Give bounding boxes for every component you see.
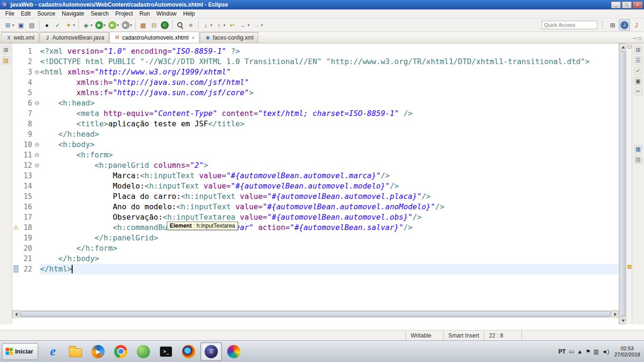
network-icon[interactable]: ▥ <box>594 348 599 355</box>
fold-toggle-icon[interactable]: ⊖ <box>34 160 40 171</box>
palette-view-button[interactable]: ▦ <box>634 145 643 153</box>
code-text[interactable]: <h:panelGrid columns="2"> <box>40 160 619 171</box>
code-text[interactable]: </html> <box>40 264 619 274</box>
restore-views-button[interactable]: ⊞ <box>2 46 10 54</box>
menu-file[interactable]: File <box>2 10 17 17</box>
code-text[interactable]: xmlns:h="http://java.sun.com/jsf/html" <box>40 77 619 88</box>
horizontal-scrollbar[interactable] <box>12 310 619 318</box>
menu-run[interactable]: Run <box>136 10 153 17</box>
volume-icon[interactable]: ◄) <box>602 348 609 355</box>
horizontal-scrollbar-thumb[interactable] <box>20 311 611 317</box>
show-hidden-icon[interactable]: ▲ <box>577 348 583 355</box>
dropdown-arrow-icon[interactable]: ▾ <box>73 23 75 27</box>
wizards-button[interactable]: ✦▾ <box>63 19 76 31</box>
display-icon[interactable]: ▭ <box>569 348 574 355</box>
tab-close-button[interactable]: × <box>192 35 195 41</box>
code-text[interactable]: Modelo:<h:inputText value="#{automovelBe… <box>40 181 619 191</box>
overview-warning-mark[interactable] <box>627 265 631 269</box>
dropdown-arrow-icon[interactable]: ▾ <box>91 23 92 27</box>
code-text[interactable]: <h:body> <box>40 140 619 150</box>
code-text[interactable]: <?xml version="1.0" encoding="ISO-8859-1… <box>40 46 619 57</box>
quick-access-input[interactable] <box>542 21 597 29</box>
scroll-right-button[interactable] <box>611 311 619 318</box>
scroll-left-button[interactable] <box>12 311 20 318</box>
menu-edit[interactable]: Edit <box>17 10 34 17</box>
fold-toggle-icon[interactable]: ⊖ <box>34 98 40 108</box>
outline-view-button[interactable]: ☰ <box>634 56 643 65</box>
search-button[interactable] <box>174 19 185 31</box>
menu-search[interactable]: Search <box>87 10 112 17</box>
new-java-project-button[interactable]: ▩ <box>138 19 149 31</box>
vertical-scrollbar-thumb[interactable] <box>619 51 626 316</box>
minimize-button[interactable]: _ <box>611 1 621 8</box>
taskbar-eclipse-button[interactable]: ☰ <box>200 342 222 361</box>
code-text[interactable]: <h:form> <box>40 150 619 160</box>
code-text[interactable]: Observação:<h:inputTextarea value="#{aut… <box>40 212 619 222</box>
coverage-button[interactable]: ▶▾ <box>107 19 120 31</box>
tab-automovelbean-java[interactable]: JAutomovelBean.java <box>40 32 109 43</box>
close-button[interactable]: × <box>633 1 643 8</box>
dropdown-arrow-icon[interactable]: ▾ <box>210 23 212 27</box>
run-button[interactable]: ▶▾ <box>94 19 107 31</box>
restore-views-button[interactable]: ⊞ <box>634 46 643 54</box>
dropdown-arrow-icon[interactable]: ▾ <box>117 23 119 27</box>
servers-view-button[interactable]: ▣ <box>634 77 643 85</box>
menu-navigate[interactable]: Navigate <box>58 10 87 17</box>
back-button[interactable]: ←▾ <box>238 19 251 31</box>
scroll-up-button[interactable] <box>619 43 627 51</box>
new-package-button[interactable]: ⊟ <box>149 19 159 31</box>
taskbar-file-explorer-button[interactable] <box>65 342 86 361</box>
code-text[interactable]: <!DOCTYPE html PUBLIC "-//W3C//DTD XHTML… <box>40 57 619 67</box>
language-indicator[interactable]: PT <box>558 348 565 355</box>
debug-button[interactable]: ◈▾ <box>81 19 94 31</box>
code-text[interactable]: <title>aplicação teste em JSF</title> <box>40 119 619 129</box>
menu-project[interactable]: Project <box>112 10 136 17</box>
taskbar-internet-explorer-button[interactable]: e <box>42 342 64 361</box>
taskbar-clock[interactable]: 02:53 27/02/2018 <box>612 346 640 358</box>
menu-help[interactable]: Help <box>180 10 198 17</box>
print-button[interactable]: ▤ <box>26 19 37 31</box>
code-text[interactable]: Placa do carro:<h:inputText value="#{aut… <box>40 191 619 202</box>
dropdown-arrow-icon[interactable]: ▾ <box>12 23 14 27</box>
java-ee-perspective-button[interactable]: J <box>619 19 630 31</box>
menu-source[interactable]: Source <box>34 10 58 17</box>
last-edit-location-button[interactable]: ↩ <box>227 19 238 31</box>
scroll-down-button[interactable] <box>619 317 627 324</box>
taskbar-color-wheel-app-button[interactable] <box>223 342 245 361</box>
save-button[interactable]: ▣ <box>16 19 26 31</box>
vertical-scrollbar[interactable] <box>619 43 626 324</box>
console-button[interactable]: ● <box>41 19 52 31</box>
maximize-button[interactable]: □ <box>622 1 632 8</box>
code-text[interactable]: </h:head> <box>40 129 619 140</box>
code-text[interactable]: xmlns:f="http://java.sun.com/jsf/core"> <box>40 88 619 98</box>
action-center-icon[interactable]: ⚑ <box>586 348 591 355</box>
code-text[interactable]: <h:commandButton value="Salvar" action="… <box>40 222 619 233</box>
menu-window[interactable]: Window <box>153 10 180 17</box>
project-explorer-view-button[interactable]: ▤ <box>2 56 10 65</box>
code-text[interactable]: <h:head> <box>40 98 619 108</box>
fold-toggle-icon[interactable]: ⊖ <box>34 67 40 77</box>
tab-web-xml[interactable]: Xweb.xml <box>1 32 39 43</box>
properties-view-button[interactable]: ▤ <box>634 155 643 164</box>
dropdown-arrow-icon[interactable]: ▾ <box>261 23 263 27</box>
code-area[interactable]: 1<?xml version="1.0" encoding="ISO-8859-… <box>12 43 619 324</box>
snippets-view-button[interactable]: ✂ <box>634 87 643 96</box>
code-text[interactable]: </h:form> <box>40 243 619 254</box>
fold-toggle-icon[interactable]: ⊖ <box>34 140 40 150</box>
code-text[interactable]: </h:panelGrid> <box>40 233 619 243</box>
next-annotation-button[interactable]: ↓▾ <box>200 19 214 31</box>
overview-summary-icon[interactable] <box>627 45 631 49</box>
open-perspective-button[interactable]: ⊞ <box>607 19 618 31</box>
code-text[interactable]: Marca:<h:inputText value="#{automovelBea… <box>40 171 619 181</box>
junit-button[interactable]: ✓ <box>52 19 63 31</box>
code-text[interactable]: Ano do modelo:<h:inputText value="#{auto… <box>40 202 619 212</box>
taskbar-firefox-button[interactable] <box>178 342 199 361</box>
taskbar-green-app-button[interactable] <box>132 342 154 361</box>
fold-toggle-icon[interactable]: ⊖ <box>34 150 40 160</box>
external-tools-button[interactable]: ▶▾ <box>120 19 133 31</box>
code-text[interactable]: <html xmlns="http://www.w3.org/1999/xhtm… <box>40 67 619 77</box>
dropdown-arrow-icon[interactable]: ▾ <box>248 23 249 27</box>
taskbar-terminal-button[interactable]: >_ <box>155 342 177 361</box>
forward-button[interactable]: →▾ <box>251 19 264 31</box>
prev-annotation-button[interactable]: ↑▾ <box>214 19 227 31</box>
